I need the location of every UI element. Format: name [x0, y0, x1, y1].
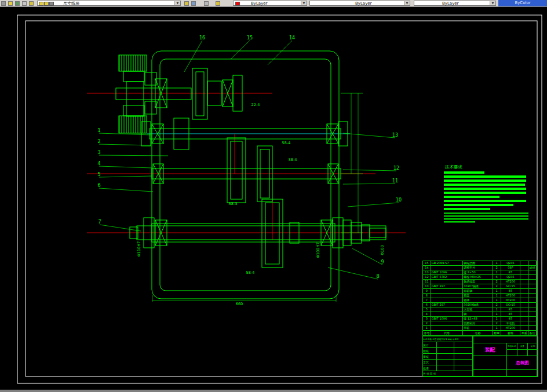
- parts-cell: [528, 317, 537, 321]
- toolbar-button[interactable]: [204, 1, 209, 6]
- callout-number-2: 2: [97, 139, 100, 144]
- layer-lock-icon: [49, 2, 54, 6]
- parts-cell: [520, 303, 528, 307]
- parts-cell: [431, 307, 463, 312]
- callout-number-12: 12: [393, 166, 399, 171]
- parts-cell: [520, 317, 528, 321]
- linetype-combo[interactable]: ByLayer ▼: [309, 1, 410, 6]
- parts-cell: [431, 289, 463, 293]
- parts-cell: 键 8×50: [463, 270, 493, 274]
- tb-stamp-value: [528, 350, 538, 356]
- parts-cell: [520, 312, 528, 316]
- parts-cell: 2: [493, 303, 501, 307]
- parts-cell: HT200: [501, 298, 521, 302]
- color-chip-icon: [235, 2, 240, 6]
- back-arrow-icon[interactable]: [1, 1, 6, 6]
- parts-cell: [528, 270, 537, 274]
- parts-cell: 5: [423, 307, 431, 312]
- parts-cell: 2: [493, 266, 501, 270]
- toolbar-button[interactable]: [191, 1, 196, 6]
- chevron-down-icon[interactable]: ▼: [490, 1, 495, 5]
- parts-row: 3GB/T 1096键 12×63145: [423, 317, 537, 321]
- callout-leader-2: [99, 144, 151, 145]
- lineweight-combo[interactable]: ByLayer ▼: [414, 1, 496, 6]
- tb-role-2: 审核: [423, 354, 437, 360]
- dimension-text: 58-4: [246, 270, 255, 275]
- parts-row: 7箱体1HT200: [423, 298, 537, 303]
- tb-role-3: 工艺: [423, 360, 437, 365]
- parts-cell: [528, 326, 537, 330]
- chevron-down-icon[interactable]: ▼: [404, 1, 410, 5]
- parts-cell: 1: [493, 312, 501, 316]
- tech-req-line: [444, 188, 526, 190]
- properties-toolbar: 尺寸线层 ▼ ByLayer ▼ ByLayer ▼ ByLayer ▼ ByC…: [0, 0, 547, 7]
- tb-sheet-row: 共 张 第 张: [423, 371, 473, 377]
- parts-row: 15GB 2089-57轴端挡圈1Q235: [423, 261, 537, 266]
- toolbar-button[interactable]: [8, 1, 13, 6]
- dimension-text: 660: [236, 302, 243, 306]
- parts-cell: 大齿轮: [463, 307, 493, 312]
- parts-cell: [520, 270, 528, 274]
- toolbar-button[interactable]: [184, 1, 189, 6]
- linetype-value: ByLayer: [355, 1, 371, 6]
- chevron-down-icon[interactable]: ▼: [301, 1, 307, 5]
- chevron-down-icon[interactable]: ▼: [174, 1, 180, 5]
- tech-req-line: [444, 208, 490, 210]
- toolbar-button[interactable]: [29, 1, 34, 6]
- tb-date-cell: [454, 354, 473, 360]
- parts-cell: [431, 321, 463, 325]
- parts-cell: [528, 321, 537, 325]
- dimension-text: Φ110H7: [137, 241, 141, 257]
- parts-header-cell: 数量: [493, 331, 501, 335]
- centerlines: [87, 93, 406, 240]
- parts-cell: 箱体: [463, 298, 493, 302]
- tb-role-4: 批准: [423, 365, 437, 371]
- parts-row: 4轴145: [423, 312, 537, 317]
- parts-header-row: 序号代号名称数量材料单重备注: [423, 331, 537, 335]
- layer-combo[interactable]: 尺寸线层 ▼: [37, 1, 181, 6]
- dimension-text: 58-4: [282, 141, 291, 145]
- callout-number-5: 5: [97, 172, 100, 177]
- callout-number-15: 15: [247, 35, 253, 41]
- plotstyle-combo[interactable]: ByColor: [498, 0, 547, 6]
- tb-revision-row: 标记 处数 分区 更改文件号 签名 年月日: [423, 336, 473, 342]
- parts-cell: [520, 307, 528, 312]
- color-combo[interactable]: ByLayer ▼: [233, 1, 307, 6]
- parts-cell: 羊毛毡: [501, 321, 521, 325]
- callout-leader-10: [348, 203, 399, 207]
- tech-req-title: 技术要求: [444, 164, 463, 170]
- parts-cell: [431, 266, 463, 270]
- parts-cell: HT200: [501, 280, 521, 284]
- parts-row: 6GB/T 29730209轴承2GCr15: [423, 303, 537, 307]
- tb-date-cell: [454, 365, 473, 371]
- parts-cell: 45: [501, 317, 521, 321]
- parts-cell: 4: [423, 312, 431, 316]
- parts-cell: GB 2089-57: [431, 261, 463, 265]
- parts-cell: 带轮: [463, 326, 493, 330]
- toolbar-button[interactable]: [22, 1, 27, 6]
- tb-stamp-area: 阶段标记质量比例: [507, 343, 538, 356]
- toolbar-button[interactable]: [216, 1, 220, 6]
- callout-number-16: 16: [199, 35, 205, 41]
- parts-header-cell: 材料: [501, 331, 521, 335]
- color-value: ByLayer: [251, 1, 267, 6]
- tb-role-0: 设计: [423, 342, 437, 348]
- parts-cell: 45: [501, 312, 521, 316]
- parts-cell: [528, 261, 537, 265]
- title-block-info: 装配 阶段标记质量比例 总装图: [473, 336, 538, 377]
- tech-req-line: [444, 184, 525, 186]
- callout-leader-16: [184, 41, 202, 72]
- toolbar-button[interactable]: [15, 1, 20, 6]
- callout-leader-5: [99, 176, 152, 177]
- parts-cell: [431, 298, 463, 302]
- parts-cell: [528, 275, 537, 279]
- gearbox-geometry: [116, 51, 386, 299]
- parts-cell: [520, 261, 528, 265]
- dimension-text: Φ100H7: [316, 243, 320, 258]
- tb-stamp-value: [507, 350, 517, 356]
- tb-stamp-label: 阶段标记: [507, 343, 517, 350]
- parts-cell: 6: [423, 303, 431, 307]
- parts-cell: GB/T 5782: [431, 275, 463, 279]
- tb-top-cell: [473, 336, 538, 343]
- parts-cell: [528, 298, 537, 302]
